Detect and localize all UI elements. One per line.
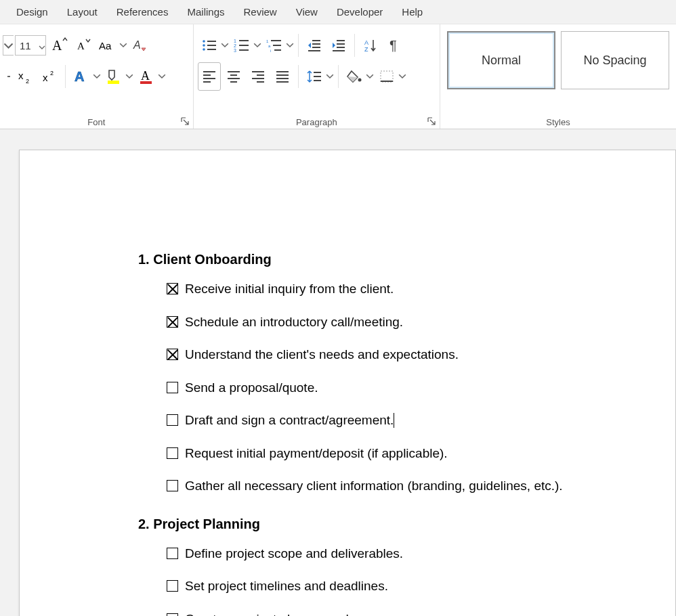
line-spacing-button[interactable] bbox=[303, 62, 326, 91]
checkbox-icon[interactable] bbox=[167, 414, 178, 426]
checkbox-icon[interactable] bbox=[167, 548, 178, 559]
tab-help[interactable]: Help bbox=[392, 1, 432, 23]
svg-rect-55 bbox=[276, 74, 289, 76]
show-paragraph-marks-button[interactable]: ¶ bbox=[383, 31, 406, 60]
checklist-item-text[interactable]: Define project scope and deliverables. bbox=[185, 544, 403, 564]
checklist-item-text[interactable]: Understand the client's needs and expect… bbox=[185, 345, 459, 365]
bullets-caret[interactable] bbox=[221, 43, 229, 47]
svg-text:A: A bbox=[77, 41, 85, 51]
change-case-button[interactable]: Aa bbox=[96, 31, 119, 60]
tab-layout[interactable]: Layout bbox=[58, 1, 107, 23]
tab-mailings[interactable]: Mailings bbox=[177, 1, 234, 23]
strikethrough-extra-button[interactable] bbox=[4, 62, 12, 91]
svg-point-17 bbox=[203, 48, 205, 51]
text-effects-button[interactable]: A bbox=[70, 62, 93, 91]
ribbon-group-paragraph: 123 1ai AZ ¶ bbox=[194, 24, 440, 129]
subscript-button[interactable]: x2 bbox=[14, 62, 37, 91]
font-color-caret[interactable] bbox=[158, 74, 166, 79]
checklist-item[interactable]: Receive initial inquiry from the client. bbox=[138, 280, 635, 299]
shading-caret[interactable] bbox=[366, 74, 374, 79]
tab-references[interactable]: References bbox=[107, 1, 178, 23]
checklist-item-text[interactable]: Request initial payment/deposit (if appl… bbox=[185, 444, 448, 464]
justify-button[interactable] bbox=[271, 62, 294, 91]
tab-design[interactable]: Design bbox=[7, 1, 58, 23]
font-size-input[interactable]: 11 bbox=[15, 35, 46, 56]
align-center-button[interactable] bbox=[222, 62, 245, 91]
tab-view[interactable]: View bbox=[287, 1, 327, 23]
checklist-item[interactable]: Understand the client's needs and expect… bbox=[138, 345, 635, 365]
svg-text:2: 2 bbox=[26, 78, 29, 84]
tab-developer[interactable]: Developer bbox=[327, 1, 392, 23]
checklist-item-text[interactable]: Create a project plan or roadmap. bbox=[185, 610, 377, 617]
svg-point-15 bbox=[203, 44, 205, 47]
decrease-font-size-button[interactable]: A bbox=[72, 31, 95, 60]
checkbox-icon[interactable] bbox=[167, 316, 178, 328]
shading-button[interactable] bbox=[343, 62, 366, 91]
style-normal[interactable]: Normal bbox=[447, 31, 555, 89]
svg-rect-58 bbox=[314, 72, 321, 73]
checklist-item[interactable]: Gather all necessary client information … bbox=[138, 477, 635, 496]
checklist-item-text[interactable]: Draft and sign a contract/agreement. bbox=[185, 411, 394, 431]
font-size-caret[interactable] bbox=[39, 40, 45, 51]
section-heading[interactable]: 2. Project Planning bbox=[138, 516, 635, 532]
increase-indent-button[interactable] bbox=[327, 31, 350, 60]
bullets-button[interactable] bbox=[198, 31, 221, 60]
checkbox-icon[interactable] bbox=[167, 283, 178, 294]
checklist-item-text[interactable]: Send a proposal/quote. bbox=[185, 378, 318, 398]
styles-group-label: Styles bbox=[440, 114, 676, 129]
font-dialog-launcher[interactable] bbox=[181, 116, 189, 125]
line-spacing-caret[interactable] bbox=[326, 74, 334, 79]
align-left-button[interactable] bbox=[198, 62, 221, 91]
style-no-spacing[interactable]: No Spacing bbox=[561, 31, 669, 89]
multilevel-list-button[interactable]: 1ai bbox=[263, 31, 286, 60]
svg-rect-22 bbox=[239, 45, 249, 46]
checklist-item-text[interactable]: Set project timelines and deadlines. bbox=[185, 577, 388, 596]
font-name-dropdown-caret[interactable] bbox=[3, 35, 14, 56]
numbering-caret[interactable] bbox=[253, 43, 261, 47]
decrease-indent-button[interactable] bbox=[303, 31, 326, 60]
checklist-item[interactable]: Define project scope and deliverables. bbox=[138, 544, 635, 564]
paragraph-dialog-launcher[interactable] bbox=[427, 116, 436, 125]
checkbox-icon[interactable] bbox=[167, 480, 178, 491]
checklist-item[interactable]: Draft and sign a contract/agreement. bbox=[138, 411, 635, 431]
highlight-caret[interactable] bbox=[125, 74, 133, 79]
checkbox-icon[interactable] bbox=[167, 580, 178, 592]
checklist-item[interactable]: Send a proposal/quote. bbox=[138, 378, 635, 398]
tab-review[interactable]: Review bbox=[234, 1, 287, 23]
increase-font-size-button[interactable]: A bbox=[47, 31, 70, 60]
checklist-item-text[interactable]: Gather all necessary client information … bbox=[185, 477, 563, 496]
section-heading[interactable]: 1. Client Onboarding bbox=[138, 252, 635, 267]
checklist-item[interactable]: Request initial payment/deposit (if appl… bbox=[138, 444, 635, 464]
svg-rect-14 bbox=[207, 41, 216, 42]
clear-formatting-button[interactable]: A bbox=[129, 31, 152, 60]
svg-rect-35 bbox=[337, 40, 345, 41]
font-color-button[interactable]: A bbox=[135, 62, 158, 91]
svg-text:A: A bbox=[364, 39, 368, 46]
checkbox-icon[interactable] bbox=[167, 613, 178, 617]
checklist-item[interactable]: Schedule an introductory call/meeting. bbox=[138, 313, 635, 332]
superscript-button[interactable]: x2 bbox=[38, 62, 61, 91]
checklist-item-text[interactable]: Receive initial inquiry from the client. bbox=[185, 280, 394, 299]
svg-rect-38 bbox=[333, 50, 345, 51]
multilevel-caret[interactable] bbox=[286, 43, 294, 47]
svg-rect-18 bbox=[207, 49, 216, 50]
checklist-item-text[interactable]: Schedule an introductory call/meeting. bbox=[185, 313, 403, 332]
text-effects-caret[interactable] bbox=[93, 74, 101, 79]
align-right-button[interactable] bbox=[247, 62, 270, 91]
change-case-caret[interactable] bbox=[119, 43, 127, 47]
svg-rect-62 bbox=[381, 71, 393, 82]
svg-text:A: A bbox=[133, 39, 141, 51]
checkbox-icon[interactable] bbox=[167, 349, 178, 360]
numbering-button[interactable]: 123 bbox=[230, 31, 253, 60]
checkbox-icon[interactable] bbox=[167, 447, 178, 459]
sort-button[interactable]: AZ bbox=[359, 31, 382, 60]
paragraph-group-label: Paragraph bbox=[194, 114, 440, 129]
svg-text:3: 3 bbox=[234, 48, 236, 52]
borders-button[interactable] bbox=[375, 62, 398, 91]
borders-caret[interactable] bbox=[398, 74, 406, 79]
page[interactable]: 1. Client OnboardingReceive initial inqu… bbox=[19, 150, 676, 616]
checklist-item[interactable]: Create a project plan or roadmap. bbox=[138, 610, 635, 617]
highlight-button[interactable] bbox=[102, 62, 125, 91]
checklist-item[interactable]: Set project timelines and deadlines. bbox=[138, 577, 635, 596]
checkbox-icon[interactable] bbox=[167, 382, 178, 393]
